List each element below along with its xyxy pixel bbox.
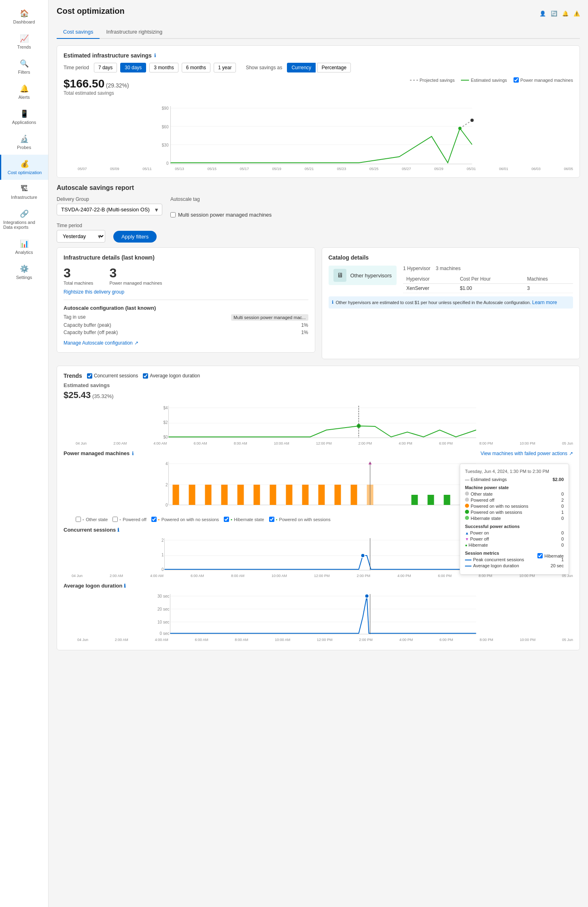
warning-icon[interactable]: ⚠️ [573, 11, 580, 17]
avg-logon-section: Average logon duration ℹ [64, 583, 573, 589]
svg-point-9 [459, 127, 462, 130]
time-period-select[interactable]: Yesterday [57, 230, 105, 243]
tooltip-powered-on-sessions: Powered on with sessions 1 [465, 510, 564, 515]
tooltip-avg-logon-label: Average logon duration [473, 563, 519, 568]
legend-power-managed: Power managed machines [514, 77, 573, 83]
svg-rect-30 [221, 485, 228, 505]
analytics-icon: 📊 [20, 239, 29, 248]
time-btn-3months[interactable]: 3 months [149, 63, 178, 72]
tooltip-powered-off-label: Powered off [471, 498, 495, 502]
hypervisor-count: 1 Hypervisor [403, 266, 430, 271]
svg-point-64 [365, 594, 369, 598]
user-icon[interactable]: 👤 [539, 11, 546, 17]
toggle-currency[interactable]: Currency [287, 63, 316, 72]
svg-rect-28 [189, 485, 195, 505]
sidebar-item-label: Trends [17, 45, 31, 49]
view-failed-link[interactable]: View machines with failed power actions … [480, 451, 573, 456]
savings-controls: Time period 7 days 30 days 3 months 6 mo… [64, 63, 573, 72]
sidebar-item-integrations[interactable]: 🔗 Integrations and Data exports [0, 204, 48, 234]
tag-in-use-row: Tag in use Multi session power managed m… [64, 314, 308, 321]
time-period-group: Time period Yesterday ▼ [57, 223, 105, 243]
svg-rect-35 [302, 485, 309, 505]
show-savings-label: Show savings as [246, 65, 282, 70]
manage-link[interactable]: Manage Autoscale configuration ↗ [64, 340, 308, 346]
trends-savings-chart: $4 $2 $0 [64, 404, 573, 440]
sidebar-item-analytics[interactable]: 📊 Analytics [0, 234, 48, 260]
filters-icon: 🔍 [20, 59, 29, 68]
power-managed-value: 3 [109, 266, 162, 281]
learn-more-link[interactable]: Learn more [532, 300, 557, 305]
time-btn-30days[interactable]: 30 days [120, 63, 146, 72]
cell-cost: $1.00 [456, 284, 524, 293]
sidebar-item-dashboard[interactable]: 🏠 Dashboard [0, 4, 48, 29]
svg-text:2: 2 [166, 483, 168, 487]
trends-amount: $25.43 [64, 390, 91, 400]
avg-logon-title-text: Average logon duration [64, 583, 122, 589]
sidebar-item-trends[interactable]: 📈 Trends [0, 29, 48, 54]
time-btn-7days[interactable]: 7 days [94, 63, 117, 72]
other-state-label: Other state [86, 517, 108, 522]
time-period-label: Time period [57, 223, 105, 228]
tab-infrastructure-rightsizing[interactable]: Infrastructure rightsizing [100, 26, 169, 39]
tooltip-title: Tuesday, Jun 4, 2024, 1:30 PM to 2:30 PM [465, 469, 564, 474]
tooltip-est-value: $2.00 [552, 477, 564, 482]
total-machines-label: Total machines [64, 281, 93, 285]
tooltip-est-label: — Estimated savings [465, 477, 507, 482]
hypervisor-box: 🖥 Other hypervisors [329, 266, 397, 285]
svg-rect-34 [286, 485, 293, 505]
sidebar-item-cost-optimization[interactable]: 💰 Cost optimization [0, 155, 48, 180]
external-link-icon: ↗ [134, 340, 138, 346]
trends-card: Trends Concurrent sessions Average logon… [57, 366, 580, 650]
svg-rect-27 [173, 485, 179, 505]
notification-icon[interactable]: 🔔 [562, 11, 569, 17]
cell-hypervisor: XenServer [403, 284, 456, 293]
concurrent-sessions-checkbox[interactable] [87, 373, 92, 379]
alerts-icon: 🔔 [20, 84, 29, 93]
tooltip-power-on-value: 0 [561, 530, 564, 535]
autoscale-section: Autoscale savings report Delivery Group … [57, 184, 580, 243]
savings-chart: $90 $60 $30 0 [64, 104, 573, 169]
toggle-percentage[interactable]: Percentage [317, 63, 351, 72]
apply-filters-button[interactable]: Apply filters [113, 231, 157, 243]
time-btn-6months[interactable]: 6 months [182, 63, 210, 72]
time-btn-1year[interactable]: 1 year [214, 63, 236, 72]
refresh-icon[interactable]: 🔄 [551, 11, 557, 17]
legend-powered-off: ▪ Powered off [113, 517, 146, 522]
sidebar-item-settings[interactable]: ⚙️ Settings [0, 260, 48, 285]
sidebar-item-applications[interactable]: 📱 Applications [0, 104, 48, 130]
power-chart-title: Power managed machines [64, 450, 129, 456]
powered-on-sessions-checkbox[interactable] [269, 517, 274, 522]
catalog-info-text: Other hypervisors are estimated to cost … [336, 300, 557, 305]
legend-powered-on-sessions: ▪ Powered on with sessions [269, 517, 331, 522]
delivery-group-select[interactable]: TSVDA-2407-22-B (Multi-session OS) [57, 204, 162, 215]
sidebar-item-infrastructure[interactable]: 🏗 Infrastructure [0, 180, 48, 204]
other-state-checkbox[interactable] [76, 517, 81, 522]
rightsize-link[interactable]: Rightsize this delivery group [64, 289, 124, 295]
sidebar-item-probes[interactable]: 🔬 Probes [0, 130, 48, 155]
tooltip-powered-on-no: Powered on with no sessions 0 [465, 504, 564, 509]
hibernate-checkbox[interactable] [224, 517, 229, 522]
sidebar-item-filters[interactable]: 🔍 Filters [0, 54, 48, 79]
autoscale-tag-checkbox[interactable] [170, 212, 176, 217]
power-managed-checkbox[interactable] [514, 77, 519, 83]
legend-estimated-label: Estimated savings [471, 78, 507, 83]
tooltip-hibernate-checkbox[interactable] [537, 553, 543, 558]
machine-count: 3 machines [436, 266, 461, 271]
legend-estimated: Estimated savings [461, 78, 507, 83]
trends-title: Trends [64, 373, 82, 379]
tab-cost-savings[interactable]: Cost savings [57, 26, 100, 39]
delivery-group-wrapper: TSVDA-2407-22-B (Multi-session OS) ▼ [57, 204, 162, 215]
svg-rect-38 [351, 485, 357, 505]
total-machines-value: 3 [64, 266, 93, 281]
sidebar-item-alerts[interactable]: 🔔 Alerts [0, 79, 48, 104]
autoscale-title: Autoscale savings report [57, 184, 580, 192]
autoscale-tag-label: Autoscale tag [170, 196, 272, 202]
catalog-stats: 1 Hypervisor 3 machines [403, 266, 573, 271]
estimated-savings-card: Estimated infrastructure savings ℹ Time … [57, 45, 580, 178]
avg-logon-checkbox[interactable] [143, 373, 148, 379]
powered-on-no-sessions-checkbox[interactable] [151, 517, 157, 522]
svg-text:$60: $60 [162, 125, 169, 129]
tooltip-other-state: Other state 0 [465, 492, 564, 496]
powered-off-checkbox[interactable] [113, 517, 118, 522]
tooltip-other-state-value: 0 [561, 492, 564, 496]
